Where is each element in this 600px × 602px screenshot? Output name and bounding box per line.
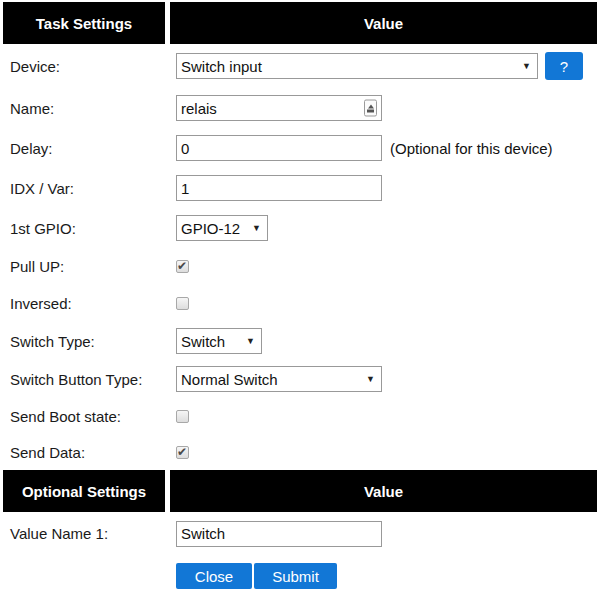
switch-type-row: Switch Type: Switch ▼ — [3, 322, 597, 360]
name-label: Name: — [3, 100, 170, 117]
task-settings-header-value: Value — [170, 2, 597, 44]
device-select-wrap: Switch input ▼ — [176, 53, 538, 79]
value-name-1-input[interactable] — [176, 521, 382, 547]
switch-button-type-row: Switch Button Type: Normal Switch ▼ — [3, 360, 597, 398]
optional-settings-header: Optional Settings Value — [3, 470, 597, 512]
pull-up-label: Pull UP: — [3, 258, 170, 275]
gpio-1st-select-wrap: GPIO-12 ▼ — [176, 215, 268, 241]
value-name-1-label: Value Name 1: — [3, 525, 170, 542]
task-config-page: Task Settings Value Device: Switch input… — [0, 0, 600, 602]
idx-var-input[interactable] — [176, 175, 382, 201]
send-boot-state-checkbox[interactable] — [176, 410, 189, 423]
delay-label: Delay: — [3, 140, 170, 157]
close-button[interactable]: Close — [176, 563, 252, 589]
delay-note: (Optional for this device) — [390, 140, 553, 157]
switch-button-type-label: Switch Button Type: — [3, 371, 170, 388]
gpio-1st-label: 1st GPIO: — [3, 220, 170, 237]
optional-settings-header-title: Optional Settings — [3, 470, 165, 512]
task-settings-header: Task Settings Value — [3, 2, 597, 44]
send-data-row: Send Data: — [3, 435, 597, 470]
pull-up-row: Pull UP: — [3, 248, 597, 285]
switch-type-label: Switch Type: — [3, 333, 170, 350]
switch-type-select-wrap: Switch ▼ — [176, 328, 262, 354]
switch-button-type-select[interactable]: Normal Switch — [176, 366, 382, 392]
send-data-label: Send Data: — [3, 444, 170, 461]
inversed-row: Inversed: — [3, 285, 597, 322]
optional-settings-header-value: Value — [170, 470, 597, 512]
device-label: Device: — [3, 58, 170, 75]
device-help-button[interactable]: ? — [545, 52, 583, 80]
send-boot-state-label: Send Boot state: — [3, 408, 170, 425]
inversed-label: Inversed: — [3, 295, 170, 312]
switch-button-type-select-wrap: Normal Switch ▼ — [176, 366, 382, 392]
submit-button[interactable]: Submit — [254, 563, 337, 589]
name-row: Name: — [3, 88, 597, 128]
device-row: Device: Switch input ▼ ? — [3, 44, 597, 88]
gpio-1st-select[interactable]: GPIO-12 — [176, 215, 268, 241]
idx-var-label: IDX / Var: — [3, 180, 170, 197]
value-name-1-row: Value Name 1: — [3, 512, 597, 555]
device-select[interactable]: Switch input — [176, 53, 538, 79]
task-settings-header-title: Task Settings — [3, 2, 165, 44]
idx-var-row: IDX / Var: — [3, 168, 597, 208]
actions-row: Close Submit — [3, 555, 597, 602]
gpio-1st-row: 1st GPIO: GPIO-12 ▼ — [3, 208, 597, 248]
send-data-checkbox[interactable] — [176, 446, 189, 459]
inversed-checkbox[interactable] — [176, 297, 189, 310]
switch-type-select[interactable]: Switch — [176, 328, 262, 354]
name-input[interactable] — [176, 95, 382, 121]
delay-row: Delay: (Optional for this device) — [3, 128, 597, 168]
delay-input[interactable] — [176, 135, 382, 161]
pull-up-checkbox[interactable] — [176, 260, 189, 273]
send-boot-state-row: Send Boot state: — [3, 398, 597, 435]
